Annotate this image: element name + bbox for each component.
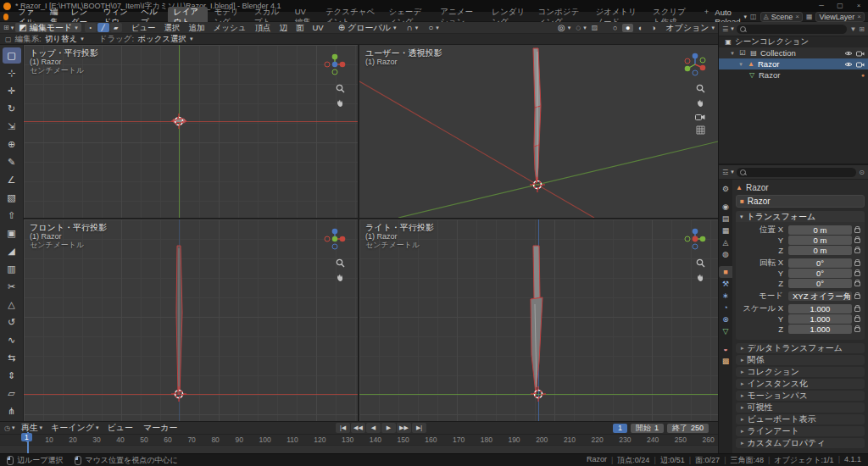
outliner-editor-icon[interactable]: ☰ xyxy=(722,25,728,33)
field-value[interactable]: 1.000 xyxy=(788,325,852,334)
timeline-ruler[interactable]: 0102030405060708090100110120130140150160… xyxy=(0,435,718,445)
properties-section-header[interactable]: ▸ ビューポート表示 xyxy=(736,414,865,424)
transform-panel-header[interactable]: ▾ トランスフォーム xyxy=(736,211,865,222)
drag-setting-value-dropdown[interactable]: ボックス選択 xyxy=(137,34,186,45)
tab-particles[interactable]: ∗ xyxy=(719,290,732,302)
viewport-user-perspective[interactable]: ユーザー・透視投影 (1) Razor xyxy=(359,45,718,218)
disable-in-render-icon[interactable] xyxy=(856,50,865,57)
disable-in-render-icon[interactable] xyxy=(856,61,865,68)
tab-output[interactable]: ▤ xyxy=(719,213,732,225)
viewport-menu-item[interactable]: ビュー xyxy=(127,23,160,33)
tab-world[interactable]: ◍ xyxy=(719,248,732,260)
field-value[interactable]: 1.000 xyxy=(788,314,852,324)
properties-section-header[interactable]: ▸ 関係 xyxy=(736,355,865,365)
viewport-menu-item[interactable]: 追加 xyxy=(185,23,209,33)
current-frame-field[interactable]: 1 xyxy=(613,424,627,433)
scale-tool[interactable]: ⇲ xyxy=(3,119,21,135)
annotate-tool[interactable]: ✎ xyxy=(3,154,21,170)
new-collection-icon[interactable]: ⊞ xyxy=(859,25,865,33)
pin-icon[interactable]: ⊙ xyxy=(859,169,865,176)
gizmo-toggle[interactable]: ◎ ▾ xyxy=(558,23,570,32)
field-value[interactable]: 0 m xyxy=(788,246,852,255)
viewport-right[interactable]: ライト・平行投影 (1) Razor センチメートル xyxy=(359,219,718,421)
extrude-region-tool[interactable]: ⇧ xyxy=(3,208,21,224)
zoom-icon[interactable] xyxy=(336,258,345,268)
drag-setting-caret-icon[interactable]: ▾ xyxy=(190,36,193,42)
auto-reload-caret-icon[interactable]: ▾ xyxy=(743,14,747,20)
wireframe-shading-button[interactable]: ○ xyxy=(609,24,620,32)
move-view-icon[interactable] xyxy=(696,273,705,282)
field-value[interactable]: 0 m xyxy=(788,236,852,245)
face-select-toggle[interactable]: ▰ xyxy=(110,23,122,32)
edge-slide-tool[interactable]: ⇆ xyxy=(3,350,21,366)
timeline-menu-item[interactable]: ビュー xyxy=(103,422,138,434)
properties-editor-caret-icon[interactable]: ▾ xyxy=(731,169,734,175)
proportional-edit-controls[interactable]: ○ ▾ xyxy=(428,23,439,32)
overlays-toggle[interactable]: ◌ ▾ xyxy=(576,23,586,32)
razor-mesh-front-view[interactable] xyxy=(24,219,358,421)
outliner-row-object-razor[interactable]: ▾ ▲ Razor xyxy=(719,58,868,69)
rendered-shading-button[interactable]: ◑ xyxy=(648,24,659,32)
smooth-tool[interactable]: ∿ xyxy=(3,332,21,348)
options-dropdown[interactable]: オプション ▾ xyxy=(665,22,715,34)
editor-type-caret-icon[interactable]: ▾ xyxy=(11,25,14,31)
play-reverse-button[interactable]: ◀ xyxy=(366,423,381,433)
breadcrumb-object-name[interactable]: Razor xyxy=(746,183,769,192)
outliner-search-input[interactable] xyxy=(737,25,848,34)
outliner-editor-caret-icon[interactable]: ▾ xyxy=(731,25,734,32)
lock-icon[interactable] xyxy=(854,271,860,276)
viewport-menu-item[interactable]: 面 xyxy=(292,23,309,33)
solid-shading-button[interactable]: ● xyxy=(622,24,633,32)
zoom-icon[interactable] xyxy=(696,84,705,93)
inset-faces-tool[interactable]: ▣ xyxy=(3,225,21,241)
spin-tool[interactable]: ↺ xyxy=(3,314,21,330)
transform-orientation-dropdown[interactable]: ⊕ グローバル ▾ xyxy=(338,22,397,34)
tab-constraints[interactable]: ⊗ xyxy=(719,313,732,325)
field-value[interactable]: 0° xyxy=(788,279,852,288)
jump-to-start-button[interactable]: |◀ xyxy=(336,423,350,433)
jump-to-prev-keyframe-button[interactable]: ◀◀ xyxy=(351,423,365,433)
tab-physics[interactable]: ◔ xyxy=(719,302,732,313)
timeline-editor-caret-icon[interactable]: ▾ xyxy=(12,424,15,431)
lock-icon[interactable] xyxy=(854,294,860,299)
viewport-top[interactable]: トップ・平行投影 (1) Razor センチメートル xyxy=(24,45,358,218)
properties-section-header[interactable]: ▸ カスタムプロパティ xyxy=(736,438,865,448)
frame-start-field[interactable]: 開始 1 xyxy=(631,424,664,433)
scene-clear-icon[interactable]: × xyxy=(795,13,799,20)
outliner-row-scene-collection[interactable]: ▣ シーンコレクション xyxy=(719,36,868,47)
editor-type-icon[interactable]: ⊞ xyxy=(3,24,9,31)
field-value[interactable]: 1.000 xyxy=(788,304,852,313)
expand-caret-icon[interactable]: ▾ xyxy=(729,50,736,57)
viewlayer-selector[interactable]: ViewLayer × xyxy=(815,12,865,22)
lock-icon[interactable] xyxy=(854,261,860,266)
tool-setting-caret-icon[interactable]: ▾ xyxy=(81,36,84,42)
filter-icon[interactable]: ▼ xyxy=(849,25,856,33)
field-value[interactable]: 0° xyxy=(788,258,852,268)
cursor-tool[interactable]: ⊹ xyxy=(3,65,21,81)
rip-region-tool[interactable]: ⋔ xyxy=(3,403,21,419)
camera-view-icon[interactable] xyxy=(695,113,705,120)
properties-search-input[interactable] xyxy=(737,168,857,177)
mode-dropdown[interactable]: ◩ 編集モード ▾ xyxy=(15,23,81,32)
rotate-tool[interactable]: ↻ xyxy=(3,101,21,117)
tab-modifiers[interactable]: ⚒ xyxy=(719,278,732,290)
timeline-menu-item[interactable]: マーカー xyxy=(139,422,183,434)
timeline-menu-item[interactable]: 再生▾ xyxy=(17,422,47,434)
jump-to-next-keyframe-button[interactable]: ▶▶ xyxy=(397,423,411,433)
viewport-front[interactable]: フロント・平行投影 (1) Razor センチメートル xyxy=(24,219,358,421)
properties-section-header[interactable]: ▸ ラインアート xyxy=(736,426,865,436)
vertex-select-toggle[interactable]: • xyxy=(85,23,97,32)
viewport-menu-item[interactable]: 辺 xyxy=(275,23,292,33)
proportional-edit-icon[interactable]: ○ xyxy=(428,23,433,32)
poly-build-tool[interactable]: △ xyxy=(3,297,21,313)
navigation-gizmo[interactable] xyxy=(682,226,708,252)
move-view-icon[interactable] xyxy=(336,273,345,282)
viewport-menu-item[interactable]: メッシュ xyxy=(209,23,251,33)
navigation-gizmo[interactable] xyxy=(322,226,348,252)
timeline-menu-item[interactable]: キーイング▾ xyxy=(47,422,103,434)
viewport-menu-item[interactable]: 頂点 xyxy=(251,23,275,33)
tab-tool[interactable]: ⚙ xyxy=(719,183,732,195)
properties-section-header[interactable]: ▸ インスタンス化 xyxy=(736,379,865,389)
collection-checkbox-icon[interactable]: ☑ xyxy=(738,49,747,57)
lock-icon[interactable] xyxy=(854,281,860,286)
